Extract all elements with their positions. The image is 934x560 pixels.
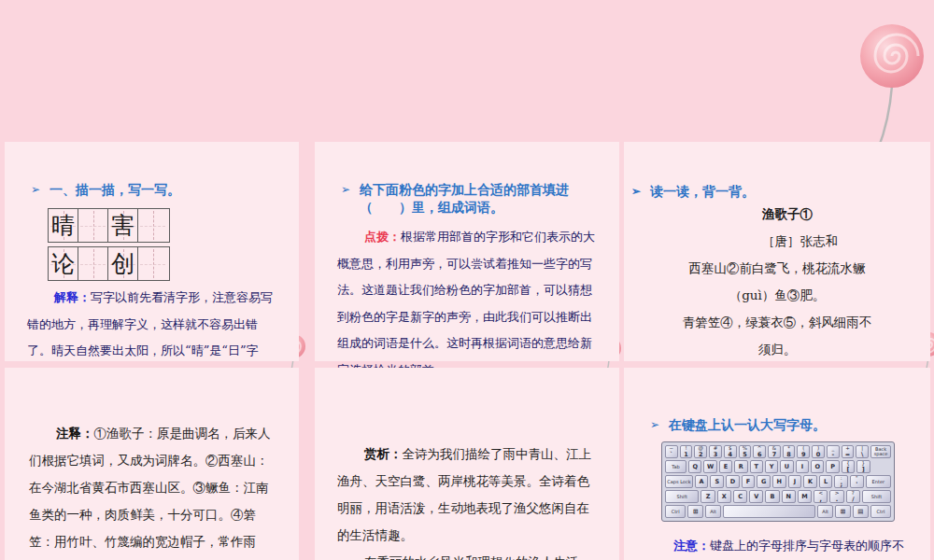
grid-cell [78, 209, 108, 242]
kb-key: R [734, 460, 747, 473]
kb-key: ⊞ [687, 505, 703, 518]
kb-key: @2 [694, 445, 707, 458]
keyboard-note: 注意：键盘上的字母排序与字母表的顺序不同，为了更好地记忆，可以边背边假装敲击它。… [646, 533, 910, 560]
grid-cell [138, 247, 167, 280]
kb-key: <, [814, 490, 828, 503]
kb-key: Caps Lock [665, 475, 693, 488]
kb-key: Ctrl [665, 505, 686, 518]
kb-key: Enter [866, 475, 891, 488]
kb-key: Alt [705, 505, 721, 518]
kb-key: S [710, 475, 724, 488]
hint-label: 点拨： [364, 230, 401, 244]
kb-key: Ctrl [870, 505, 891, 518]
grid-cell: 晴 [49, 209, 78, 242]
keyboard: ~`!1@2#3$4%5^6&7*8(9)0_-+=|\Back spaceTa… [661, 441, 895, 522]
notes-paragraph: 注释：①渔歌子：原是曲调名，后来人们根据它填词，又成为词牌名。②西塞山：在今湖北… [29, 420, 276, 560]
section-header: ➢读一读，背一背。 [628, 183, 904, 201]
poem-line: 青箬笠④，绿蓑衣⑤，斜风细雨不 [650, 309, 904, 336]
kb-key: W [703, 460, 716, 473]
kb-key: V [749, 490, 763, 503]
kb-key: :; [834, 475, 848, 488]
kb-key: Tab [665, 460, 686, 473]
kb-key: G [757, 475, 771, 488]
kb-key: N [782, 490, 796, 503]
kb-key: Q [688, 460, 701, 473]
kb-key: A [695, 475, 709, 488]
kb-key: {[ [842, 460, 855, 473]
kb-key: H [772, 475, 786, 488]
hint-paragraph: 点拨：根据常用部首的字形和它们表示的大概意思，利用声旁，可以尝试着推知一些字的写… [337, 224, 599, 384]
header-text: 给下面粉色的字加上合适的部首填进（ ）里，组成词语。 [360, 182, 569, 215]
kb-key: Z [700, 490, 715, 503]
kb-key: &7 [768, 445, 781, 458]
kb-key: _- [827, 445, 840, 458]
header-text: 一、描一描，写一写。 [50, 182, 180, 197]
panel-notes: 注释：①渔歌子：原是曲调名，后来人们根据它填词，又成为词牌名。②西塞山：在今湖北… [5, 368, 299, 560]
slide: ➢一、描一描，写一写。 晴害论创 解释：写字以前先看清字形，注意容易写错的地方，… [0, 0, 934, 560]
writing-grid: 晴害论创 [48, 208, 278, 281]
kb-key: P [826, 460, 839, 473]
grid-cell: 论 [49, 247, 78, 280]
kb-key: ⊞ [835, 505, 851, 518]
kb-key: !1 [680, 445, 693, 458]
kb-key: )0 [812, 445, 825, 458]
poem-line: 西塞山②前白鹭飞，桃花流水鳜 [650, 255, 904, 282]
analysis-paragraph2: 在秀丽的水乡风光和理想化的渔人生活中，寄托了作者爱自由、爱自然的情怀，既体现了作… [337, 549, 599, 560]
poem-line: 须归。 [650, 336, 904, 363]
kb-key: (9 [797, 445, 810, 458]
section-header: ➢给下面粉色的字加上合适的部首填进（ ）里，组成词语。 [337, 181, 599, 217]
note-label: 注意： [673, 539, 710, 553]
kb-key: D [726, 475, 740, 488]
kb-key: K [803, 475, 817, 488]
panel-analysis: 赏析：全诗为我们描绘了雨中青山、江上渔舟、天空白鹭、两岸桃花等美景。全诗着色明丽… [315, 368, 619, 560]
kb-key: $4 [724, 445, 737, 458]
poem-title: 渔歌子① [762, 201, 904, 228]
kb-key: ^6 [753, 445, 766, 458]
kb-key: M [798, 490, 812, 503]
arrow-icon: ➢ [631, 183, 641, 201]
section-header: ➢一、描一描，写一写。 [27, 181, 278, 199]
poem-line: （guì）鱼③肥。 [650, 282, 904, 309]
kb-key: >. [829, 490, 843, 503]
kb-key: I [796, 460, 809, 473]
kb-key: ▤ [853, 505, 869, 518]
kb-key: Alt [817, 505, 833, 518]
panel-radical-exercise: ➢给下面粉色的字加上合适的部首填进（ ）里，组成词语。 点拨：根据常用部首的字形… [315, 142, 619, 361]
kb-key: U [780, 460, 793, 473]
kb-key: #3 [709, 445, 722, 458]
kb-key: X [717, 490, 731, 503]
poem-author: ［唐］张志和 [762, 228, 904, 255]
lollipop-icon [845, 11, 934, 151]
kb-key: O [811, 460, 824, 473]
kb-key: J [788, 475, 802, 488]
kb-key: T [750, 460, 763, 473]
panel-write-practice: ➢一、描一描，写一写。 晴害论创 解释：写字以前先看清字形，注意容易写错的地方，… [5, 142, 299, 361]
analysis-label: 赏析： [364, 446, 403, 461]
kb-key: += [842, 445, 855, 458]
kb-key: ?/ [846, 490, 860, 503]
kb-key: %5 [739, 445, 752, 458]
panel-keyboard: ➢在键盘上认一认大写字母。 ~`!1@2#3$4%5^6&7*8(9)0_-+=… [624, 368, 930, 560]
kb-key: }] [856, 460, 870, 473]
kb-key: B [765, 490, 779, 503]
section-header: ➢在键盘上认一认大写字母。 [646, 416, 910, 434]
kb-key: Y [765, 460, 778, 473]
kb-key: "' [850, 475, 864, 488]
arrow-icon: ➢ [31, 181, 40, 199]
grid-cell [138, 209, 167, 242]
arrow-icon: ➢ [650, 416, 659, 434]
arrow-icon: ➢ [341, 181, 350, 199]
kb-key: *8 [783, 445, 796, 458]
notes-label: 注释： [56, 426, 94, 441]
explanation-label: 解释： [54, 290, 91, 304]
kb-key [723, 505, 815, 518]
notes-text: ①渔歌子：原是曲调名，后来人们根据它填词，又成为词牌名。②西塞山：在今湖北省黄石… [29, 426, 271, 560]
kb-key: F [742, 475, 756, 488]
kb-key: |\ [856, 445, 869, 458]
analysis-paragraph1: 赏析：全诗为我们描绘了雨中青山、江上渔舟、天空白鹭、两岸桃花等美景。全诗着色明丽… [337, 441, 599, 549]
header-text: 在键盘上认一认大写字母。 [669, 417, 826, 432]
hint-text: 根据常用部首的字形和它们表示的大概意思，利用声旁，可以尝试着推知一些字的写法。这… [337, 230, 595, 377]
grid-cell: 害 [108, 209, 138, 242]
kb-key: Shift [862, 490, 891, 503]
poem-lines: 西塞山②前白鹭飞，桃花流水鳜（guì）鱼③肥。青箬笠④，绿蓑衣⑤，斜风细雨不须归… [650, 255, 904, 363]
